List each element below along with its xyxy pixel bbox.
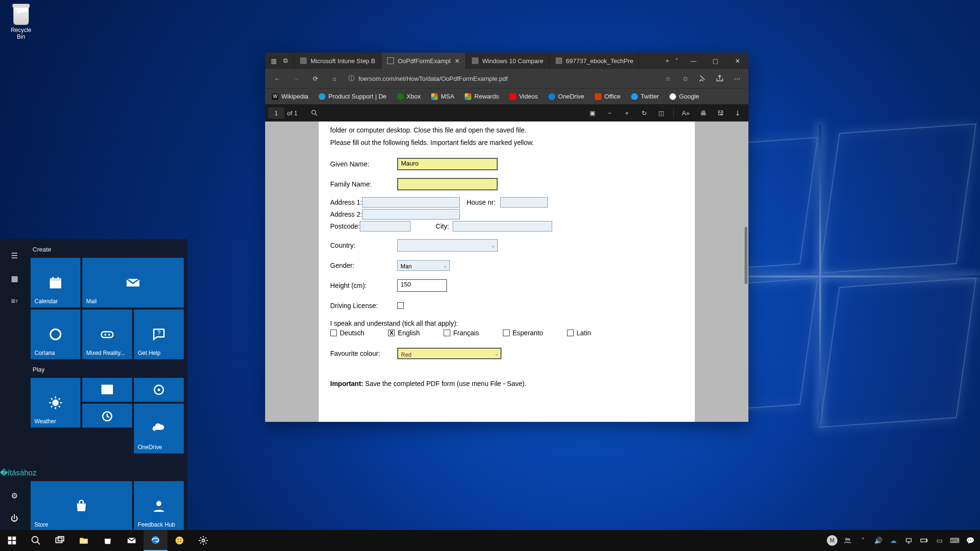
tile-group-play[interactable]: Play — [33, 366, 182, 373]
fav-xbox[interactable]: Xbox — [392, 90, 426, 103]
page-number-input[interactable]: 1 — [268, 107, 284, 119]
input-city[interactable] — [453, 221, 552, 231]
url-field[interactable]: ⓘ foersom.com/net/HowTo/data/OoPdfFormEx… — [345, 74, 657, 83]
checkbox-icon[interactable] — [567, 330, 574, 336]
tab-actions-icon[interactable]: ▥ — [270, 57, 278, 65]
task-view-button[interactable] — [48, 530, 72, 551]
fav-rewards[interactable]: Rewards — [460, 90, 503, 103]
desktop-icon-recycle-bin[interactable]: Recycle Bin — [5, 4, 37, 40]
set-aside-tabs-icon[interactable]: ⧉ — [281, 57, 289, 65]
read-aloud-icon[interactable]: A» — [678, 105, 694, 121]
rotate-icon[interactable]: ↻ — [636, 105, 652, 121]
input-family-name[interactable] — [397, 178, 498, 190]
start-power-icon[interactable]: ⏻ — [0, 507, 29, 530]
tray-onedrive-icon[interactable]: ☁ — [886, 530, 901, 551]
share-icon[interactable] — [712, 70, 727, 87]
tile-calendar[interactable]: Calendar — [31, 258, 80, 308]
print-icon[interactable]: 🖶 — [695, 105, 711, 121]
save-as-icon[interactable]: ⤓ — [729, 105, 746, 121]
tile-target[interactable] — [134, 378, 184, 402]
input-house-nr[interactable] — [500, 197, 548, 208]
pdf-viewport[interactable]: folder or computer desktop. Close this f… — [265, 121, 748, 422]
fav-wikipedia[interactable]: WWikipedia — [267, 90, 313, 103]
lang-option-english[interactable]: XEnglish — [388, 329, 420, 337]
tray-keyboard-icon[interactable]: ⌨ — [947, 530, 962, 551]
checkbox-driving-license[interactable] — [397, 302, 404, 309]
zoom-out-icon[interactable]: − — [601, 105, 618, 121]
start-all-apps-icon[interactable]: ≡7 — [0, 290, 29, 313]
tray-battery-icon[interactable] — [917, 530, 931, 551]
fav-msa[interactable]: MSA — [426, 90, 459, 103]
fit-page-icon[interactable]: ▣ — [584, 105, 601, 121]
start-user-icon[interactable]: ��ításához — [0, 461, 29, 484]
tray-input-icon[interactable]: ▭ — [932, 530, 947, 551]
tray-volume-icon[interactable]: 🔊 — [871, 530, 885, 551]
input-address1[interactable] — [362, 197, 460, 208]
pdf-scrollbar[interactable] — [741, 121, 748, 422]
fav-onedrive[interactable]: OneDrive — [544, 90, 589, 103]
select-country[interactable]: ⌄ — [397, 239, 498, 252]
start-settings-icon[interactable]: ⚙ — [0, 484, 29, 507]
start-pinned-icon[interactable]: ▦ — [0, 267, 29, 290]
taskbar-edge[interactable] — [144, 530, 167, 551]
taskbar-settings[interactable] — [191, 530, 215, 551]
lang-option-deutsch[interactable]: Deutsch — [330, 329, 364, 337]
fav-videos[interactable]: Videos — [505, 90, 543, 103]
tray-network-icon[interactable] — [902, 530, 916, 551]
reading-list-icon[interactable] — [695, 70, 710, 87]
tab-oopdfform[interactable]: OoPdfFormExampl ✕ — [381, 53, 466, 69]
tab-win10-compare[interactable]: Windows 10 Compare — [466, 53, 550, 69]
fav-twitter[interactable]: Twitter — [626, 90, 664, 103]
input-address2[interactable] — [362, 209, 460, 220]
save-icon[interactable]: 🖫 — [712, 105, 728, 121]
tab-close-icon[interactable]: ✕ — [455, 57, 460, 65]
tile-movies[interactable] — [82, 378, 132, 402]
input-given-name[interactable]: Mauro — [397, 158, 498, 170]
maximize-button[interactable]: ▢ — [704, 53, 726, 69]
taskbar-file-explorer[interactable] — [72, 530, 96, 551]
tile-alarm[interactable] — [82, 404, 132, 428]
lang-option-français[interactable]: Français — [444, 329, 479, 337]
tile-feedback-hub[interactable]: Feedback Hub — [134, 481, 184, 530]
site-info-icon[interactable]: ⓘ — [348, 74, 355, 83]
checkbox-icon[interactable] — [444, 330, 450, 336]
fav-product-support[interactable]: Product Support | De — [314, 90, 391, 103]
tile-get-help[interactable]: ?Get Help — [134, 309, 184, 359]
lang-option-esperanto[interactable]: Esperanto — [503, 329, 543, 337]
checkbox-icon[interactable] — [330, 330, 337, 336]
action-center-icon[interactable]: 💬 — [963, 530, 977, 551]
zoom-in-icon[interactable]: + — [619, 105, 635, 121]
new-tab-button[interactable]: ＋ — [664, 56, 670, 65]
checkbox-icon[interactable] — [503, 330, 510, 336]
fav-office[interactable]: Office — [590, 90, 625, 103]
layout-icon[interactable]: ◫ — [653, 105, 669, 121]
input-height[interactable]: 150 — [397, 279, 447, 292]
checkbox-icon[interactable]: X — [388, 330, 395, 336]
tile-mixed-reality[interactable]: Mixed Reality... — [82, 309, 132, 359]
tray-people-icon[interactable] — [840, 530, 855, 551]
taskbar-mail[interactable] — [120, 530, 144, 551]
tile-cortana[interactable]: Cortana — [31, 309, 80, 359]
fav-google[interactable]: Google — [665, 90, 704, 103]
tray-overflow-icon[interactable]: ˄ — [856, 530, 870, 551]
scrollbar-thumb[interactable] — [745, 227, 747, 284]
taskbar-store[interactable] — [96, 530, 120, 551]
search-button[interactable] — [24, 530, 48, 551]
lang-option-latin[interactable]: Latin — [567, 329, 591, 337]
tile-group-create[interactable]: Create — [33, 246, 182, 253]
tile-weather[interactable]: Weather — [31, 378, 80, 428]
tabs-dropdown-icon[interactable]: ˅ — [675, 57, 679, 65]
close-window-button[interactable]: ✕ — [726, 53, 748, 69]
home-button[interactable]: ⌂ — [326, 70, 343, 87]
tile-onedrive[interactable]: OneDrive — [134, 404, 184, 453]
minimize-button[interactable]: — — [682, 53, 704, 69]
pdf-search-icon[interactable] — [306, 105, 323, 121]
input-postcode[interactable] — [360, 221, 411, 231]
favorites-list-icon[interactable]: ✩ — [678, 70, 693, 87]
tile-store[interactable]: Store — [31, 481, 132, 530]
tray-user[interactable]: M — [825, 530, 839, 551]
taskbar-paint[interactable] — [167, 530, 191, 551]
back-button[interactable]: ← — [269, 70, 285, 87]
tab-ebook-techpre[interactable]: 697737_ebook_TechPre — [550, 53, 639, 69]
tile-mail[interactable]: Mail — [82, 258, 184, 308]
